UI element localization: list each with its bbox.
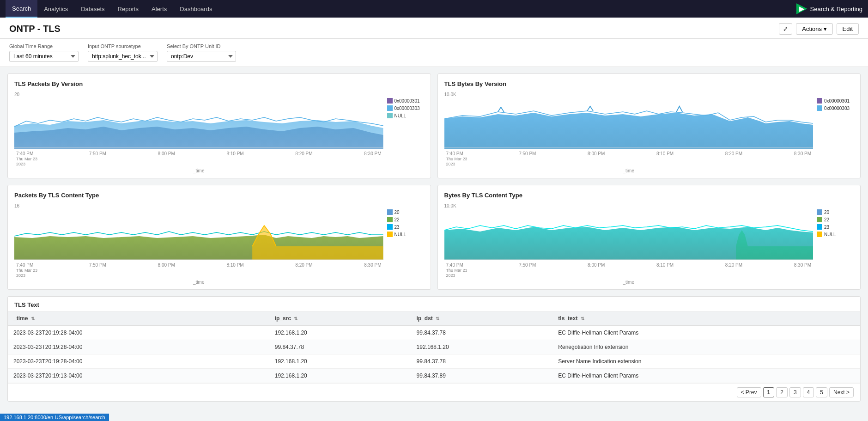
page-4-button[interactable]: 4 bbox=[803, 387, 814, 397]
col-tls-text[interactable]: tls_text ⇅ bbox=[552, 311, 860, 326]
content-area: TLS Packets By Version 20 bbox=[0, 67, 868, 408]
table-cell-tls_text: Renegotiation Info extension bbox=[552, 340, 860, 354]
chart-tls-packets-version: TLS Packets By Version 20 bbox=[7, 73, 431, 178]
col-ip-src[interactable]: ip_src ⇅ bbox=[269, 311, 411, 326]
legend-color bbox=[387, 105, 393, 111]
chart1-legend: 0x00000301 0x00000303 NULL bbox=[387, 98, 424, 118]
chart1-x-axis: 7:40 PMThu Mar 232023 7:50 PM 8:00 PM 8:… bbox=[14, 151, 383, 166]
legend-item: 0x00000303 bbox=[387, 105, 424, 111]
legend-color bbox=[817, 98, 822, 104]
table-cell-ip_src: 192.168.1.20 bbox=[269, 354, 411, 369]
table-cell-ip_src: 192.168.1.20 bbox=[269, 326, 411, 340]
legend-item: NULL bbox=[387, 232, 424, 237]
table-cell-ip_src: 99.84.37.78 bbox=[269, 340, 411, 354]
col-time[interactable]: _time ⇅ bbox=[8, 311, 269, 326]
table-cell-_time: 2023-03-23T20:19:28-04:00 bbox=[8, 354, 269, 369]
legend-color bbox=[387, 209, 393, 215]
brand-icon: ▶ bbox=[796, 3, 807, 14]
page-5-button[interactable]: 5 bbox=[816, 387, 827, 397]
table-row: 2023-03-23T20:19:28-04:0099.84.37.78192.… bbox=[8, 340, 860, 354]
legend-item: 20 bbox=[387, 209, 424, 215]
chart1-x-label: _time bbox=[14, 168, 383, 173]
chart-bytes-content-type: Bytes By TLS Content Type 10.0K bbox=[437, 185, 861, 290]
chart4-svg: 7:40 PMThu Mar 232023 7:50 PM 8:00 PM 8:… bbox=[444, 209, 813, 285]
legend-color bbox=[387, 232, 393, 237]
chart2-legend: 0x00000301 0x00000303 bbox=[817, 98, 854, 111]
chart4-x-label: _time bbox=[444, 280, 813, 285]
table-row: 2023-03-23T20:19:28-04:00192.168.1.2099.… bbox=[8, 326, 860, 340]
legend-color bbox=[387, 113, 393, 118]
nav-alerts[interactable]: Alerts bbox=[145, 0, 173, 18]
legend-color bbox=[387, 224, 393, 230]
nav-datasets[interactable]: Datasets bbox=[74, 0, 111, 18]
pagination: < Prev 1 2 3 4 5 Next > bbox=[8, 383, 860, 401]
chart2-title: TLS Bytes By Version bbox=[444, 80, 854, 87]
sourcetype-select[interactable]: http:splunk_hec_tok... bbox=[88, 51, 158, 62]
actions-button[interactable]: Actions ▾ bbox=[796, 23, 832, 35]
table-cell-tls_text: EC Diffie-Hellman Client Params bbox=[552, 326, 860, 340]
legend-color bbox=[387, 98, 393, 104]
chart2-y-max: 10.0K bbox=[444, 92, 854, 97]
legend-item: 0x00000301 bbox=[387, 98, 424, 104]
edit-button[interactable]: Edit bbox=[837, 23, 859, 35]
table-scroll: _time ⇅ ip_src ⇅ ip_dst ⇅ tls_text ⇅ 202… bbox=[8, 311, 860, 383]
page-3-button[interactable]: 3 bbox=[789, 387, 801, 397]
legend-item: 0x00000303 bbox=[817, 105, 854, 111]
legend-item: NULL bbox=[817, 232, 854, 237]
unit-id-label: Select By ONTP Unit ID bbox=[167, 43, 236, 49]
legend-item: 0x00000301 bbox=[817, 98, 854, 104]
chart1-svg: 7:40 PMThu Mar 232023 7:50 PM 8:00 PM 8:… bbox=[14, 98, 383, 173]
expand-button[interactable]: ⤢ bbox=[779, 23, 792, 35]
unit-id-select[interactable]: ontp:Dev bbox=[167, 51, 236, 62]
nav-reports[interactable]: Reports bbox=[111, 0, 146, 18]
top-navigation: Search Analytics Datasets Reports Alerts… bbox=[0, 0, 868, 18]
time-range-select[interactable]: Last 60 minutes bbox=[9, 51, 79, 62]
chart3-svg: 7:40 PMThu Mar 232023 7:50 PM 8:00 PM 8:… bbox=[14, 209, 383, 285]
legend-item: 23 bbox=[387, 224, 424, 230]
next-button[interactable]: Next > bbox=[829, 387, 854, 397]
chart3-legend: 20 22 23 NULL bbox=[387, 209, 424, 237]
table-cell-_time: 2023-03-23T20:19:13-04:00 bbox=[8, 369, 269, 383]
page-2-button[interactable]: 2 bbox=[776, 387, 788, 397]
table-cell-ip_dst: 99.84.37.78 bbox=[411, 326, 553, 340]
time-range-filter: Global Time Range Last 60 minutes bbox=[9, 43, 79, 62]
chart1-y-max: 20 bbox=[14, 92, 424, 97]
legend-color bbox=[817, 232, 822, 237]
table-cell-tls_text: EC Diffie-Hellman Client Params bbox=[552, 369, 860, 383]
chart4-title: Bytes By TLS Content Type bbox=[444, 192, 854, 199]
chart2-inner: 7:40 PMThu Mar 232023 7:50 PM 8:00 PM 8:… bbox=[444, 98, 854, 173]
unit-id-filter: Select By ONTP Unit ID ontp:Dev bbox=[167, 43, 236, 62]
chart4-x-axis: 7:40 PMThu Mar 232023 7:50 PM 8:00 PM 8:… bbox=[444, 262, 813, 278]
table-cell-tls_text: Server Name Indication extension bbox=[552, 354, 860, 369]
chart4-y-max: 10.0K bbox=[444, 203, 854, 208]
legend-item: 23 bbox=[817, 224, 854, 230]
chart2-x-label: _time bbox=[444, 168, 813, 173]
table-cell-ip_dst: 99.84.37.89 bbox=[411, 369, 553, 383]
charts-row-2: Packets By TLS Content Type 16 bbox=[7, 185, 861, 290]
filters-bar: Global Time Range Last 60 minutes Input … bbox=[0, 39, 868, 67]
table-title: TLS Text bbox=[8, 297, 860, 311]
table-cell-ip_src: 192.168.1.20 bbox=[269, 369, 411, 383]
nav-dashboards[interactable]: Dashboards bbox=[173, 0, 219, 18]
chart3-x-axis: 7:40 PMThu Mar 232023 7:50 PM 8:00 PM 8:… bbox=[14, 262, 383, 278]
table-row: 2023-03-23T20:19:13-04:00192.168.1.2099.… bbox=[8, 369, 860, 383]
chart3-inner: 7:40 PMThu Mar 232023 7:50 PM 8:00 PM 8:… bbox=[14, 209, 424, 285]
table-row: 2023-03-23T20:19:28-04:00192.168.1.2099.… bbox=[8, 354, 860, 369]
time-range-label: Global Time Range bbox=[9, 43, 79, 49]
nav-search[interactable]: Search bbox=[6, 0, 37, 18]
page-actions: ⤢ Actions ▾ Edit bbox=[779, 23, 859, 35]
col-ip-dst[interactable]: ip_dst ⇅ bbox=[411, 311, 553, 326]
chart-tls-bytes-version: TLS Bytes By Version 10.0K bbox=[437, 73, 861, 178]
legend-color bbox=[817, 224, 822, 230]
table-cell-_time: 2023-03-23T20:19:28-04:00 bbox=[8, 326, 269, 340]
page-1-button[interactable]: 1 bbox=[763, 387, 775, 397]
nav-analytics[interactable]: Analytics bbox=[37, 0, 74, 18]
page-header: ONTP - TLS ⤢ Actions ▾ Edit bbox=[0, 18, 868, 39]
table-header-row: _time ⇅ ip_src ⇅ ip_dst ⇅ tls_text ⇅ bbox=[8, 311, 860, 326]
legend-item: 22 bbox=[387, 217, 424, 222]
prev-button[interactable]: < Prev bbox=[737, 387, 761, 397]
legend-item: NULL bbox=[387, 113, 424, 118]
legend-item: 20 bbox=[817, 209, 854, 215]
chart4-legend: 20 22 23 NULL bbox=[817, 209, 854, 237]
legend-color bbox=[817, 217, 822, 222]
